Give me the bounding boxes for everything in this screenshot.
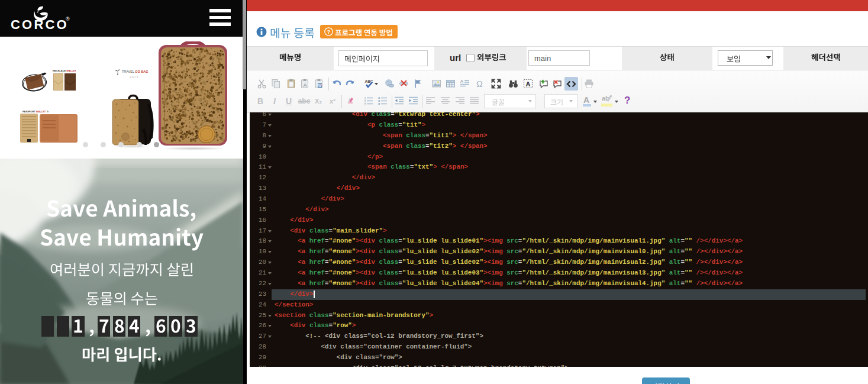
- svg-text:A: A: [460, 79, 464, 84]
- svg-text:W: W: [318, 83, 322, 88]
- svg-text:A: A: [526, 80, 531, 88]
- svg-text:?: ?: [327, 28, 331, 35]
- svg-text:A: A: [303, 82, 306, 88]
- svg-text:3: 3: [364, 102, 366, 106]
- svg-text:Ω: Ω: [476, 80, 482, 89]
